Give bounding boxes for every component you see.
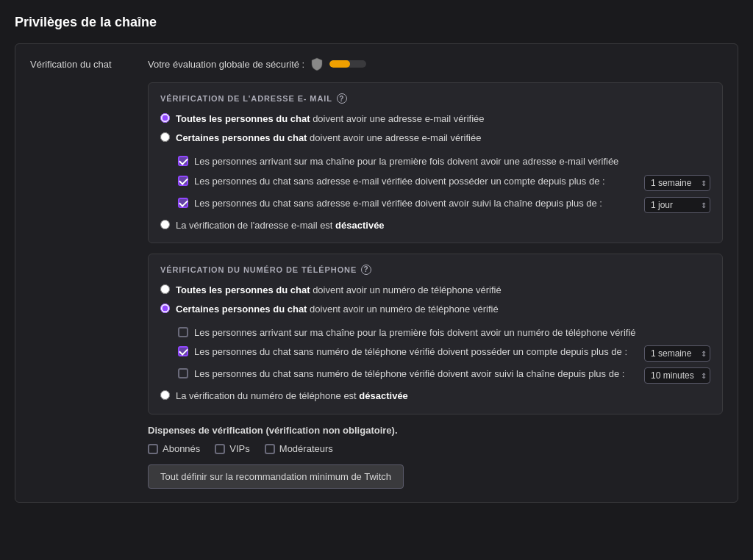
email-section: VÉRIFICATION DE L'ADRESSE E- MAIL ? Tout… [148,82,723,243]
phone-sub3-checkbox[interactable] [178,368,188,378]
disp-moderateurs: Modérateurs [265,443,333,454]
email-radio-all[interactable] [160,113,170,123]
disp-abonnes-checkbox[interactable] [148,444,158,454]
disp-abonnes: Abonnés [148,443,200,454]
email-sub-options: Les personnes arrivant sur ma chaîne pou… [178,155,710,212]
email-sub1-label: Les personnes arrivant sur ma chaîne pou… [194,155,618,168]
email-sub1-checkbox[interactable] [178,156,188,166]
email-sub-2-row: Les personnes du chat sans adresse e-mai… [178,175,710,191]
main-card: Vérification du chat Votre évaluation gl… [15,43,738,503]
phone-sub2-checkbox[interactable] [178,346,188,356]
phone-sub-3-row: Les personnes du chat sans numéro de tél… [178,367,710,384]
email-sub-3-row: Les personnes du chat sans adresse e-mai… [178,197,710,213]
phone-sub2-select[interactable]: 1 semaine 1 jour 1 mois [644,345,710,362]
dispensas-title: Dispenses de vérification (vérification … [148,425,723,436]
phone-section: VÉRIFICATION DU NUMÉRO DE TÉLÉPHONE ? To… [148,254,723,414]
phone-sub2-select-wrapper: 1 semaine 1 jour 1 mois [644,345,710,362]
email-option-some[interactable]: Certaines personnes du chat doivent avoi… [160,132,710,145]
phone-sub-options: Les personnes arrivant sur ma chaîne pou… [178,326,710,384]
dispensas-checks: Abonnés VIPs Modérateurs [148,443,723,454]
security-progress-bar [329,60,366,68]
email-help-icon[interactable]: ? [337,93,347,104]
phone-sub-2-row: Les personnes du chat sans numéro de tél… [178,345,710,362]
recommend-button[interactable]: Tout définir sur la recommandation minim… [148,464,404,489]
left-label: Vérification du chat [30,57,148,70]
email-sub2-label: Les personnes du chat sans adresse e-mai… [194,175,638,188]
email-radio-some[interactable] [160,132,170,142]
phone-sub1-checkbox[interactable] [178,327,188,337]
email-sub3-checkbox[interactable] [178,198,188,208]
phone-sub3-select-wrapper: 10 minutes 1 jour 1 semaine 1 mois [644,367,710,384]
email-sub3-label: Les personnes du chat sans adresse e-mai… [194,197,638,210]
phone-sub1-label: Les personnes arrivant sur ma chaîne pou… [194,326,636,340]
phone-option-disabled[interactable]: La vérification du numéro de téléphone e… [160,390,710,403]
page-title: Privilèges de la chaîne [15,15,738,30]
disp-vips: VIPs [215,443,249,454]
email-sub-1-row: Les personnes arrivant sur ma chaîne pou… [178,155,710,168]
email-sub2-select-wrapper: 1 semaine 1 jour 1 mois 3 mois [644,175,710,191]
dispensas-section: Dispenses de vérification (vérification … [148,425,723,454]
disp-abonnes-label: Abonnés [163,443,200,454]
phone-sub3-select[interactable]: 10 minutes 1 jour 1 semaine 1 mois [644,367,710,384]
email-sub2-select[interactable]: 1 semaine 1 jour 1 mois 3 mois [644,175,710,191]
email-sub3-select[interactable]: 1 jour 1 semaine 1 mois [644,197,710,213]
phone-sub-1-row: Les personnes arrivant sur ma chaîne pou… [178,326,710,340]
security-fill [329,60,350,68]
email-option-disabled[interactable]: La vérification de l'adresse e-mail est … [160,219,710,232]
email-section-title: VÉRIFICATION DE L'ADRESSE E- MAIL ? [160,93,710,104]
shield-icon [310,57,324,71]
phone-radio-all[interactable] [160,284,170,294]
phone-sub2-label: Les personnes du chat sans numéro de tél… [194,345,638,359]
email-option-all[interactable]: Toutes les personnes du chat doivent avo… [160,112,710,126]
disp-moderateurs-label: Modérateurs [279,443,333,454]
phone-option-all[interactable]: Toutes les personnes du chat doivent avo… [160,284,710,297]
disp-moderateurs-checkbox[interactable] [265,444,275,454]
phone-help-icon[interactable]: ? [361,265,371,275]
phone-sub3-label: Les personnes du chat sans numéro de tél… [194,367,638,381]
disp-vips-checkbox[interactable] [215,444,225,454]
right-content: Votre évaluation globale de sécurité : V… [148,57,723,489]
phone-radio-disabled[interactable] [160,390,170,400]
security-bar-row: Votre évaluation globale de sécurité : [148,57,723,71]
phone-radio-some[interactable] [160,304,170,313]
email-sub2-checkbox[interactable] [178,176,188,186]
phone-option-some[interactable]: Certaines personnes du chat doivent avoi… [160,303,710,316]
disp-vips-label: VIPs [229,443,249,454]
email-sub3-select-wrapper: 1 jour 1 semaine 1 mois [644,197,710,213]
phone-section-title: VÉRIFICATION DU NUMÉRO DE TÉLÉPHONE ? [160,265,710,275]
email-radio-disabled[interactable] [160,220,170,229]
security-label: Votre évaluation globale de sécurité : [148,59,304,70]
